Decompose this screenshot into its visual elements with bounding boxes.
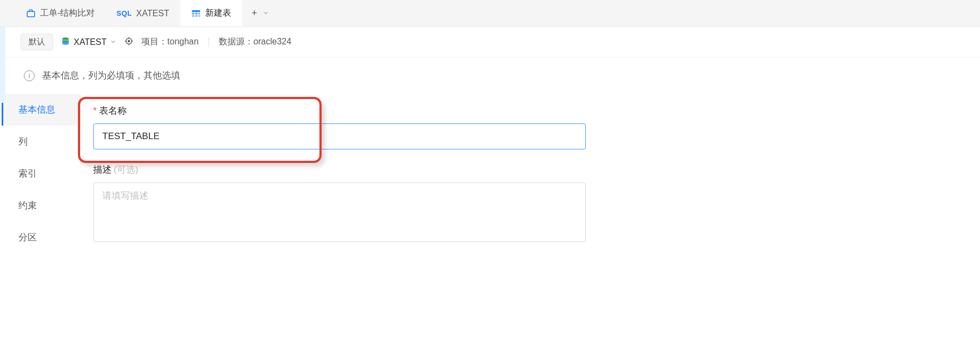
left-highlight-strip xyxy=(0,27,5,103)
target-icon[interactable] xyxy=(124,36,134,48)
work-order-icon xyxy=(26,9,36,18)
chevron-down-icon xyxy=(263,8,269,19)
table-name-input[interactable] xyxy=(93,123,586,149)
sidebar-item-basic-info[interactable]: 基本信息 xyxy=(2,94,81,126)
info-icon: i xyxy=(24,70,35,81)
label-text: 表名称 xyxy=(99,104,127,117)
label-text: 描述 xyxy=(93,164,112,176)
form-row-description: 描述 (可选) xyxy=(93,164,964,244)
table-name-label: * 表名称 xyxy=(93,104,964,117)
svg-rect-2 xyxy=(192,12,194,14)
project-info: 项目：tonghan xyxy=(141,36,199,48)
form-panel: * 表名称 描述 (可选) xyxy=(81,94,980,274)
tab-work-order[interactable]: 工单-结构比对 xyxy=(15,0,106,27)
svg-rect-6 xyxy=(195,15,198,17)
datasource-label: 数据源： xyxy=(219,37,253,46)
svg-point-10 xyxy=(128,40,130,42)
sidebar-item-label: 基本信息 xyxy=(18,104,55,115)
sidebar-item-indexes[interactable]: 索引 xyxy=(2,158,81,189)
tab-label: XATEST xyxy=(136,9,169,18)
table-icon xyxy=(191,9,201,18)
sidebar-item-columns[interactable]: 列 xyxy=(2,126,81,158)
tab-add-button[interactable]: + xyxy=(242,8,279,19)
sidebar-item-label: 分区 xyxy=(18,232,37,243)
tab-label: 新建表 xyxy=(205,8,231,19)
project-value: tonghan xyxy=(167,37,199,46)
svg-rect-7 xyxy=(198,15,200,17)
required-asterisk: * xyxy=(93,106,97,116)
sidebar-item-label: 索引 xyxy=(18,168,37,179)
svg-rect-0 xyxy=(27,11,35,17)
datasource-value: oracle324 xyxy=(253,37,291,46)
chevron-down-icon xyxy=(110,37,116,47)
optional-text: (可选) xyxy=(114,164,138,176)
plus-icon: + xyxy=(252,8,258,19)
svg-rect-5 xyxy=(192,15,194,17)
database-selector[interactable]: XATEST xyxy=(61,36,116,48)
database-name: XATEST xyxy=(74,37,107,47)
database-icon xyxy=(61,36,70,48)
project-label: 项目： xyxy=(141,37,167,46)
tab-sql-xatest[interactable]: SQL XATEST xyxy=(106,0,180,27)
main-area: 基本信息 列 索引 约束 分区 * 表名称 描述 (可选) xyxy=(0,94,980,274)
default-button[interactable]: 默认 xyxy=(21,34,53,50)
tab-label: 工单-结构比对 xyxy=(40,8,95,19)
svg-rect-1 xyxy=(192,10,200,12)
info-text: 基本信息，列为必填项，其他选填 xyxy=(42,69,180,82)
datasource-info: 数据源：oracle324 xyxy=(219,36,291,48)
svg-rect-4 xyxy=(198,12,200,14)
sql-icon: SQL xyxy=(116,9,132,17)
tab-new-table[interactable]: 新建表 xyxy=(180,0,242,27)
form-sidebar: 基本信息 列 索引 约束 分区 xyxy=(0,94,81,274)
tab-bar: 工单-结构比对 SQL XATEST 新建表 + xyxy=(0,0,980,27)
sidebar-item-label: 约束 xyxy=(18,200,37,211)
divider xyxy=(208,37,209,47)
sidebar-item-label: 列 xyxy=(18,136,28,147)
sidebar-item-partitions[interactable]: 分区 xyxy=(2,221,81,253)
svg-rect-3 xyxy=(195,12,198,14)
context-bar: 默认 XATEST 项目：tonghan 数据源：oracle324 xyxy=(0,27,980,57)
info-banner: i 基本信息，列为必填项，其他选填 xyxy=(0,57,980,94)
description-textarea[interactable] xyxy=(93,182,586,242)
sidebar-item-constraints[interactable]: 约束 xyxy=(2,189,81,221)
form-row-table-name: * 表名称 xyxy=(93,104,964,149)
description-label: 描述 (可选) xyxy=(93,164,964,176)
